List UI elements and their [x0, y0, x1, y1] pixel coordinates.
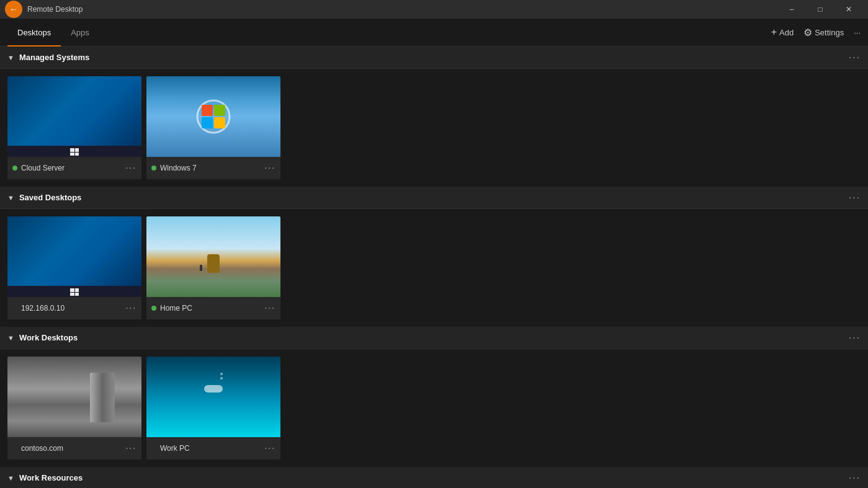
- win7-quad-red: [202, 105, 213, 116]
- close-button[interactable]: ✕: [834, 0, 863, 19]
- taskbar-icons: [70, 148, 79, 156]
- card-thumbnail-windows-7: [146, 76, 280, 157]
- desktop-card-home-pc[interactable]: Home PC ···: [146, 216, 280, 319]
- desktop-card-work-pc[interactable]: Work PC ···: [146, 357, 280, 459]
- section-more-work-desktops[interactable]: ···: [849, 332, 861, 344]
- win7-quad-blue: [202, 117, 213, 128]
- card-more-windows-7[interactable]: ···: [262, 162, 275, 174]
- card-footer-windows-7: Windows 7 ···: [146, 157, 280, 179]
- card-footer-192: 192.168.0.10 ···: [7, 297, 141, 319]
- card-thumbnail-work-pc: [146, 357, 280, 437]
- card-footer-work-pc: Work PC ···: [146, 437, 280, 459]
- card-name-work-pc: Work PC: [160, 444, 262, 453]
- card-more-home-pc[interactable]: ···: [262, 303, 275, 314]
- section-header-work-resources[interactable]: ▼ Work Resources ···: [0, 467, 868, 488]
- win10-desktop-bg-2: [7, 216, 141, 297]
- card-thumbnail-192-168-0-10: [7, 216, 141, 297]
- card-thumbnail-cloud-server: [7, 76, 141, 157]
- card-name-192: 192.168.0.10: [21, 304, 123, 313]
- card-footer-contoso: contoso.com ···: [7, 437, 141, 459]
- cliff-desktop-bg: [7, 357, 141, 437]
- work-desktops-grid: contoso.com ··· Work: [0, 349, 868, 467]
- section-title-work-desktops: Work Desktops: [19, 333, 78, 342]
- maximize-button[interactable]: □: [806, 0, 834, 19]
- section-header-saved-desktops[interactable]: ▼ Saved Desktops ···: [0, 187, 868, 209]
- status-dot-home-pc: [151, 306, 156, 311]
- status-dot-windows-7: [151, 166, 156, 171]
- win10-desktop-bg: [7, 76, 141, 157]
- card-more-contoso[interactable]: ···: [123, 443, 136, 454]
- status-dot-192: [12, 306, 17, 311]
- underwater-swimmer: [204, 385, 223, 393]
- taskbar-win-icon: [70, 148, 79, 156]
- add-button[interactable]: + Add: [771, 27, 794, 38]
- win7-desktop-bg: [146, 76, 280, 157]
- card-more-cloud-server[interactable]: ···: [123, 162, 136, 174]
- section-more-work-resources[interactable]: ···: [849, 472, 861, 484]
- section-toggle-saved: ▼: [7, 194, 14, 202]
- section-title-saved-desktops: Saved Desktops: [19, 193, 81, 202]
- card-footer-home-pc: Home PC ···: [146, 297, 280, 319]
- add-icon: +: [771, 27, 777, 38]
- win7-quad-yellow: [214, 117, 225, 128]
- bubble-1: [220, 373, 223, 375]
- nav-actions: + Add ⚙ Settings ···: [771, 27, 861, 38]
- status-dot-contoso: [12, 446, 17, 451]
- underwater-bubbles: [220, 373, 223, 381]
- taskbar-win-icon-2: [70, 288, 79, 296]
- desktop-card-contoso[interactable]: contoso.com ···: [7, 357, 141, 459]
- section-work-desktops: ▼ Work Desktops ··· contoso.com ···: [0, 327, 868, 467]
- section-more-managed-systems[interactable]: ···: [849, 52, 861, 63]
- section-header-managed-systems[interactable]: ▼ Managed Systems ···: [0, 47, 868, 69]
- section-work-resources: ▼ Work Resources ···: [0, 467, 868, 488]
- nav-bar: Desktops Apps + Add ⚙ Settings ···: [0, 19, 868, 47]
- card-more-192[interactable]: ···: [123, 303, 136, 314]
- main-content: ▼ Managed Systems ···: [0, 47, 868, 488]
- card-name-windows-7: Windows 7: [160, 164, 262, 172]
- back-button[interactable]: ←: [5, 1, 22, 18]
- win7-logo-inner: [202, 105, 225, 128]
- win7-quad-green: [214, 105, 225, 116]
- more-button[interactable]: ···: [854, 28, 861, 37]
- saved-desktops-grid: 192.168.0.10 ··· Home PC ···: [0, 209, 868, 327]
- card-more-work-pc[interactable]: ···: [262, 443, 275, 454]
- settings-button[interactable]: ⚙ Settings: [803, 27, 844, 38]
- desktop-card-192-168-0-10[interactable]: 192.168.0.10 ···: [7, 216, 141, 319]
- section-toggle-work: ▼: [7, 334, 14, 342]
- desktop-card-windows-7[interactable]: Windows 7 ···: [146, 76, 280, 179]
- underwater-desktop-bg: [146, 357, 280, 437]
- desktop-card-cloud-server[interactable]: Cloud Server ···: [7, 76, 141, 179]
- section-more-saved-desktops[interactable]: ···: [849, 192, 861, 203]
- section-saved-desktops: ▼ Saved Desktops ···: [0, 187, 868, 327]
- tab-desktops[interactable]: Desktops: [7, 19, 61, 47]
- minimize-button[interactable]: –: [777, 0, 806, 19]
- cliff-detail: [90, 373, 115, 422]
- nav-tabs: Desktops Apps: [7, 19, 99, 46]
- taskbar-icons-2: [70, 288, 79, 296]
- bubble-2: [220, 377, 223, 379]
- card-name-home-pc: Home PC: [160, 304, 262, 313]
- status-dot-cloud-server: [12, 166, 17, 171]
- section-toggle-icon: ▼: [7, 54, 14, 61]
- window-title: Remote Desktop: [27, 5, 83, 14]
- card-name-contoso: contoso.com: [21, 444, 123, 453]
- win7-logo: [195, 98, 232, 135]
- card-name-cloud-server: Cloud Server: [21, 164, 123, 172]
- section-title-work-resources: Work Resources: [19, 473, 83, 482]
- card-thumbnail-home-pc: [146, 216, 280, 297]
- tab-apps[interactable]: Apps: [61, 19, 99, 47]
- section-toggle-resources: ▼: [7, 474, 14, 482]
- card-thumbnail-contoso: [7, 357, 141, 437]
- nature-rock: [207, 254, 220, 273]
- title-bar: ← Remote Desktop – □ ✕: [0, 0, 868, 19]
- add-label: Add: [779, 28, 794, 37]
- settings-icon: ⚙: [803, 27, 812, 38]
- managed-systems-grid: Cloud Server ···: [0, 69, 868, 187]
- nature-person: [200, 265, 202, 271]
- nature-desktop-bg: [146, 216, 280, 297]
- status-dot-work-pc: [151, 446, 156, 451]
- card-footer-cloud-server: Cloud Server ···: [7, 157, 141, 179]
- section-managed-systems: ▼ Managed Systems ···: [0, 47, 868, 187]
- section-header-work-desktops[interactable]: ▼ Work Desktops ···: [0, 327, 868, 349]
- more-icon: ···: [854, 28, 861, 37]
